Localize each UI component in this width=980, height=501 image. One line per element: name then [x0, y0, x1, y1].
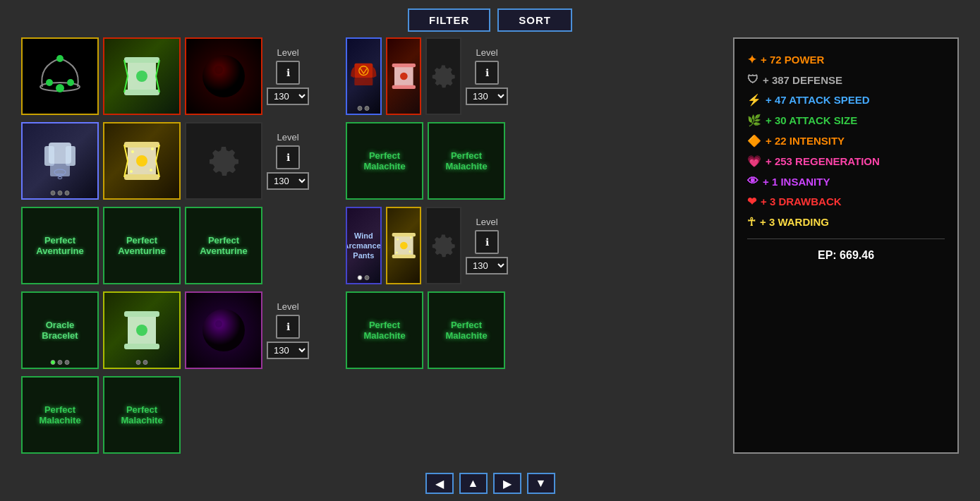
- warding-value: + 3 WARDING: [760, 216, 829, 228]
- level-label-2: Level: [277, 132, 298, 143]
- regen-value: + 253 REGENERATION: [766, 155, 880, 167]
- level-select-1[interactable]: 130 120 110: [267, 87, 309, 105]
- stat-attack-speed: ⚡ + 47 ATTACK SPEED: [747, 93, 945, 107]
- malachite-mid-1[interactable]: PerfectMalachite: [346, 122, 423, 200]
- svg-point-38: [400, 73, 408, 80]
- aventurine-2[interactable]: PerfectAventurine: [103, 207, 181, 284]
- sort-button[interactable]: SORT: [497, 8, 572, 32]
- malachite-label-m1: PerfectMalachite: [363, 150, 405, 171]
- intensity-icon: 🔶: [747, 134, 761, 147]
- scroll-icon-1: [117, 52, 167, 101]
- stat-attack-size: 🌿 + 30 ATTACK SIZE: [747, 114, 945, 127]
- stat-ep: EP: 669.46: [747, 249, 945, 262]
- nav-next-button[interactable]: ▶: [493, 473, 521, 494]
- s3d2: [143, 360, 148, 365]
- svg-rect-13: [66, 146, 75, 166]
- purple-orb-item[interactable]: [185, 291, 262, 369]
- armor-dots: [51, 191, 70, 195]
- svg-point-2: [56, 55, 63, 62]
- scroll-item-2[interactable]: [103, 122, 181, 200]
- scroll3-dots: [136, 360, 148, 365]
- necklace-item[interactable]: [21, 37, 99, 115]
- malachite-left-2[interactable]: PerfectMalachite: [103, 376, 181, 454]
- armor-mid[interactable]: [346, 37, 382, 115]
- svg-point-10: [214, 66, 223, 74]
- scroll-item-1[interactable]: [103, 37, 181, 115]
- scroll-mid-2[interactable]: [386, 207, 422, 284]
- level-select-2[interactable]: 130 120: [267, 172, 309, 190]
- svg-point-45: [409, 250, 411, 253]
- info-button-1[interactable]: ℹ: [276, 61, 300, 85]
- armor-item[interactable]: [21, 122, 99, 200]
- attack-size-value: + 30 ATTACK SIZE: [766, 114, 857, 126]
- malachite-mid-2[interactable]: PerfectMalachite: [428, 122, 505, 200]
- gear-item-mid-2[interactable]: [425, 207, 461, 284]
- ep-value: EP: 669.46: [818, 249, 874, 261]
- svg-point-25: [130, 170, 133, 173]
- level-group-mid-1: Level ℹ 130 120: [466, 47, 508, 105]
- svg-point-42: [400, 242, 408, 250]
- gear-item-mid-1[interactable]: [425, 37, 461, 115]
- armor-icon: [35, 135, 85, 186]
- level-group-4: Level ℹ 130 120: [267, 301, 309, 359]
- level-label-4: Level: [277, 301, 298, 312]
- svg-point-46: [396, 252, 398, 254]
- scroll-item-3[interactable]: [103, 291, 181, 369]
- malachite-mid-4[interactable]: PerfectMalachite: [428, 291, 505, 369]
- nav-up-button[interactable]: ▲: [459, 473, 488, 494]
- stat-defense: 🛡 + 387 DEFENSE: [747, 73, 945, 86]
- svg-point-24: [150, 169, 152, 171]
- svg-point-23: [151, 147, 154, 150]
- gear-item-2[interactable]: [185, 122, 262, 200]
- oracle-bracelet[interactable]: OracleBracelet: [21, 291, 99, 369]
- dot-2: [58, 191, 63, 195]
- malachite-label-m2: PerfectMalachite: [445, 150, 487, 171]
- dot-1: [51, 191, 56, 195]
- defense-icon: 🛡: [747, 73, 758, 86]
- attack-size-icon: 🌿: [747, 114, 761, 127]
- filter-button[interactable]: FILTER: [408, 8, 490, 32]
- toolbar: FILTER SORT: [0, 0, 980, 37]
- attack-speed-icon: ⚡: [747, 93, 761, 107]
- dark-orb-item[interactable]: [185, 37, 262, 115]
- svg-rect-12: [44, 146, 54, 166]
- svg-point-8: [136, 71, 147, 82]
- attack-speed-value: + 47 ATTACK SPEED: [766, 94, 870, 106]
- insanity-icon: 👁: [747, 175, 758, 188]
- malachite-label-m3: PerfectMalachite: [363, 320, 405, 341]
- level-label-m1: Level: [476, 47, 497, 58]
- malachite-label-l2: PerfectMalachite: [121, 404, 162, 425]
- mid-row-2: PerfectMalachite PerfectMalachite: [346, 122, 508, 200]
- aventurine-1[interactable]: PerfectAventurine: [21, 207, 99, 284]
- info-button-4[interactable]: ℹ: [276, 315, 300, 339]
- scroll-mid-1[interactable]: [386, 37, 422, 115]
- svg-rect-36: [392, 64, 415, 67]
- svg-point-4: [56, 84, 64, 92]
- nav-down-button[interactable]: ▼: [527, 473, 555, 494]
- info-button-m2[interactable]: ℹ: [475, 230, 499, 254]
- level-select-m1[interactable]: 130 120: [466, 87, 508, 105]
- oracle-dot-1: [51, 360, 56, 365]
- stat-insanity: 👁 + 1 INSANITY: [747, 175, 945, 188]
- defense-value: + 387 DEFENSE: [763, 74, 842, 86]
- aventurine-label-2: PerfectAventurine: [118, 235, 165, 256]
- intensity-value: + 22 INTENSITY: [766, 135, 845, 147]
- info-button-m1[interactable]: ℹ: [475, 61, 499, 85]
- malachite-left-1[interactable]: PerfectMalachite: [21, 376, 99, 454]
- svg-rect-27: [124, 311, 159, 317]
- mid-row-3: WindArcmancerPants: [346, 207, 508, 284]
- stat-drawback: ❤ + 3 DRAWBACK: [747, 195, 945, 208]
- mid-row-4: PerfectMalachite PerfectMalachite: [346, 291, 508, 369]
- svg-point-29: [136, 325, 147, 336]
- wind-arcmancer-item[interactable]: WindArcmancerPants: [346, 207, 382, 284]
- stat-warding: ☥ + 3 WARDING: [747, 215, 945, 229]
- power-value: + 72 POWER: [761, 54, 824, 66]
- malachite-mid-3[interactable]: PerfectMalachite: [346, 291, 423, 369]
- stat-divider: [747, 239, 945, 239]
- nav-prev-button[interactable]: ◀: [425, 473, 454, 494]
- level-select-m2[interactable]: 130 120: [466, 257, 508, 274]
- arcd2: [365, 275, 370, 280]
- level-select-4[interactable]: 130 120: [267, 342, 309, 359]
- info-button-2[interactable]: ℹ: [276, 145, 300, 169]
- aventurine-3[interactable]: PerfectAventurine: [185, 207, 262, 284]
